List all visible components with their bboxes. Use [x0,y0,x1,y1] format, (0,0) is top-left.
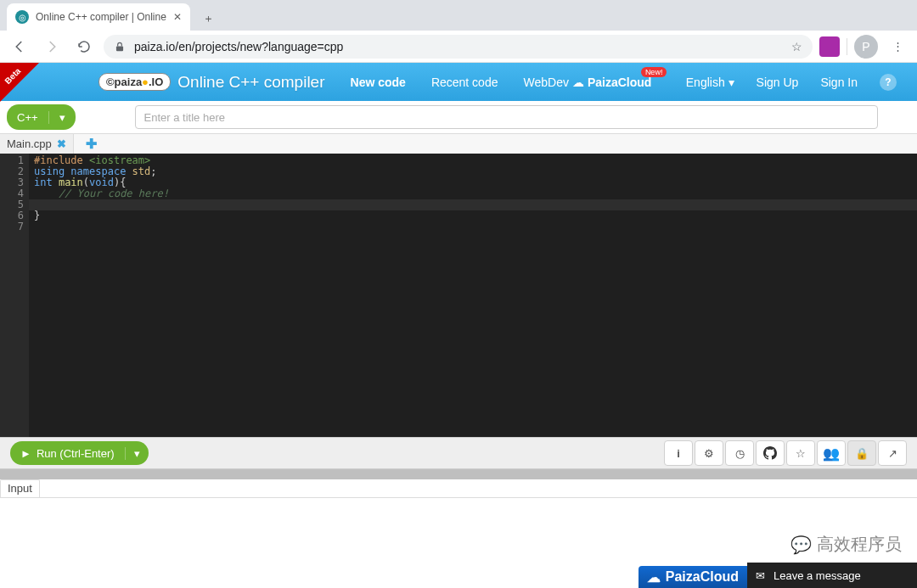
settings-button[interactable]: ⚙ [695,440,723,466]
github-icon [763,446,777,460]
title-placeholder: Enter a title here [144,111,225,124]
mail-icon: ✉ [756,569,765,582]
chat-label: Leave a message [774,569,861,582]
separator-bar [0,469,917,479]
new-badge: New! [641,67,667,77]
github-button[interactable] [756,440,785,466]
signup-link[interactable]: Sign Up [757,76,799,89]
private-button[interactable]: 🔒 [847,440,876,466]
browser-tab[interactable]: ◎ Online C++ compiler | Online ✕ [7,3,190,31]
gear-icon: ⚙ [704,447,714,460]
caret-down-icon: ▾ [48,111,76,124]
file-tab-close-icon[interactable]: ✖ [57,137,66,150]
file-tab-row: Main.cpp ✖ ✚ [0,133,917,154]
nav-forward-button[interactable] [39,34,65,59]
title-input[interactable]: Enter a title here [135,105,878,129]
svg-rect-1 [116,46,123,51]
header-nav: New code Recent code WebDev ☁ PaizaCloud… [351,76,652,89]
file-tab[interactable]: Main.cpp ✖ [0,134,74,154]
collab-button[interactable]: 👥 [817,440,846,466]
toolbar-icons: i ⚙ ◷ ☆ 👥 🔒 ↗ [664,440,907,466]
run-button[interactable]: ►Run (Ctrl-Enter) ▾ [10,441,149,465]
language-selector[interactable]: English ▾ [686,76,734,89]
star-icon: ☆ [796,447,806,460]
header-right: English ▾ Sign Up Sign In ? [686,74,917,91]
nav-webdev-label: WebDev [523,76,568,89]
nav-paizacloud-label: PaizaCloud [588,76,651,89]
address-url: paiza.io/en/projects/new?language=cpp [134,40,343,53]
paizacloud-banner[interactable]: ☁ PaizaCloud [639,566,747,588]
new-tab-button[interactable]: ＋ [197,7,221,31]
run-dropdown-arrow[interactable]: ▾ [125,447,149,460]
wechat-icon: 💬 [790,535,812,555]
io-tab-row: Input [0,479,917,498]
address-bar[interactable]: paiza.io/en/projects/new?language=cpp ☆ [104,35,813,59]
brand-logo[interactable]: ©paiza●.IO [98,73,171,91]
lock-icon [114,41,126,53]
file-tab-name: Main.cpp [7,137,52,150]
browser-tab-strip: ◎ Online C++ compiler | Online ✕ ＋ [0,0,917,31]
caret-down-icon: ▾ [729,76,734,89]
nav-new-code[interactable]: New code [351,76,406,89]
language-name: C++ [7,111,48,124]
watermark: 💬 高效程序员 [790,533,902,556]
input-tab[interactable]: Input [0,479,40,497]
share-icon: ↗ [888,447,897,460]
profile-avatar[interactable]: P [854,35,878,59]
tab-close-button[interactable]: ✕ [173,11,182,23]
users-icon: 👥 [823,445,840,462]
page-title: Online C++ compiler [177,73,324,92]
browser-menu-button[interactable]: ⋮ [885,40,910,53]
nav-webdev[interactable]: WebDev ☁ PaizaCloud New! [523,76,651,89]
help-button[interactable]: ? [880,74,897,91]
run-label: Run (Ctrl-Enter) [37,447,115,460]
language-title-row: C++ ▾ Enter a title here [0,101,917,133]
run-toolbar: ►Run (Ctrl-Enter) ▾ i ⚙ ◷ ☆ 👥 🔒 ↗ [0,437,917,469]
site-header: Beta ©paiza●.IO Online C++ compiler New … [0,63,917,101]
nav-recent-code[interactable]: Recent code [431,76,498,89]
nav-reload-button[interactable] [71,34,97,59]
add-file-button[interactable]: ✚ [74,136,97,152]
tab-title: Online C++ compiler | Online [36,11,166,23]
lock-icon: 🔒 [855,447,869,460]
browser-toolbar: paiza.io/en/projects/new?language=cpp ☆ … [0,31,917,63]
editor-code-area[interactable]: #include <iostream> using namespace std;… [29,154,917,437]
code-editor[interactable]: 1 2 3 4 5 6 7 #include <iostream> using … [0,154,917,437]
tab-favicon-icon: ◎ [15,10,29,24]
bookmark-star-icon[interactable]: ☆ [791,40,802,53]
share-button[interactable]: ↗ [878,440,907,466]
history-button[interactable]: ◷ [725,440,754,466]
nav-back-button[interactable] [7,34,32,59]
extension-icon[interactable] [819,36,840,57]
paizacloud-label: PaizaCloud [666,569,739,585]
cloud-icon: ☁ [572,76,584,89]
editor-gutter: 1 2 3 4 5 6 7 [0,154,29,437]
chat-widget[interactable]: ✉ Leave a message [747,563,917,588]
clock-icon: ◷ [735,447,745,460]
cloud-icon: ☁ [647,569,661,585]
info-button[interactable]: i [664,440,693,466]
play-icon: ► [20,447,31,460]
star-button[interactable]: ☆ [786,440,815,466]
language-dropdown[interactable]: C++ ▾ [7,104,76,130]
signin-link[interactable]: Sign In [820,76,858,89]
watermark-text: 高效程序员 [817,533,902,556]
